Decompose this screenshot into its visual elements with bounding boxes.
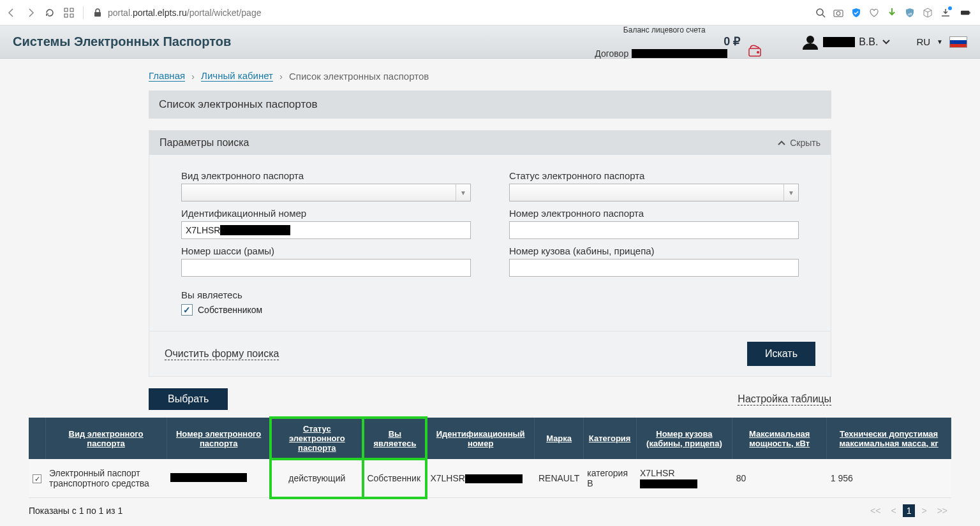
page-title: Список электронных паспортов (149, 91, 831, 119)
breadcrumb-cabinet[interactable]: Личный кабинет (201, 70, 273, 82)
download-arrow-icon[interactable] (887, 8, 897, 18)
svg-point-5 (817, 9, 823, 15)
downloads-icon[interactable] (940, 8, 951, 18)
svg-rect-10 (969, 11, 970, 13)
table-settings-link[interactable]: Настройка таблицы (738, 393, 831, 405)
select-passport-type[interactable]: ▼ (181, 184, 471, 201)
search-panel: Параметры поиска Скрыть Вид электронного… (149, 130, 831, 377)
caret-down-icon: ▼ (937, 38, 943, 45)
cell-type: Электронный паспорт транспортного средст… (45, 459, 167, 498)
pager-prev[interactable]: < (887, 504, 900, 517)
ident-redacted (220, 225, 290, 235)
table-row[interactable]: Электронный паспорт транспортного средст… (29, 459, 951, 498)
adblock-icon[interactable]: off (905, 8, 915, 18)
avatar-icon (801, 34, 819, 50)
url-host: portal.elpts.ru (133, 8, 187, 18)
battery-icon (958, 8, 974, 18)
pager-next[interactable]: > (917, 504, 930, 517)
checkbox-owner-label: Собственником (198, 305, 262, 315)
cell-category: категория B (583, 459, 636, 498)
svg-rect-2 (64, 14, 68, 17)
cell-you-are: Собственник (363, 459, 426, 498)
th-type[interactable]: Вид электронного паспорта (45, 418, 167, 459)
svg-rect-1 (70, 8, 73, 11)
lang-code: RU (916, 36, 930, 47)
back-icon[interactable] (6, 8, 17, 18)
results-table: Вид электронного паспорта Номер электрон… (29, 418, 951, 498)
svg-rect-9 (961, 10, 969, 15)
svg-rect-3 (70, 14, 73, 17)
th-ident[interactable]: Идентификационный номер (426, 418, 535, 459)
user-menu[interactable]: В.В. (801, 34, 891, 50)
th-category[interactable]: Категория (583, 418, 636, 459)
th-status[interactable]: Статус электронного паспорта (271, 418, 363, 459)
search-icon[interactable] (815, 8, 826, 18)
cell-body: X7LHSR (636, 459, 732, 498)
cell-brand: RENAULT (535, 459, 583, 498)
th-body-num[interactable]: Номер кузова (кабины, прицепа) (636, 418, 732, 459)
label-passport-type: Вид электронного паспорта (181, 170, 471, 181)
user-initials: В.В. (859, 36, 878, 48)
language-selector[interactable]: RU ▼ (916, 36, 967, 48)
th-power[interactable]: Максимальная мощность, кВт (732, 418, 827, 459)
th-brand[interactable]: Марка (535, 418, 583, 459)
input-epassport-number[interactable] (509, 221, 799, 239)
row-checkbox[interactable] (33, 474, 41, 483)
cell-number (167, 459, 271, 498)
divider (83, 6, 84, 19)
th-you-are[interactable]: Вы являетесь (363, 418, 426, 459)
reload-icon[interactable] (45, 8, 55, 18)
url-path: /portal/wicket/page (187, 8, 262, 18)
hide-label: Скрыть (790, 138, 820, 148)
label-ident-number: Идентификационный номер (181, 208, 471, 219)
forward-icon[interactable] (26, 8, 36, 18)
cube-icon[interactable] (923, 8, 933, 18)
checkbox-owner[interactable] (181, 304, 193, 316)
collapse-toggle[interactable]: Скрыть (777, 138, 820, 148)
extensions-icon[interactable] (64, 8, 74, 18)
label-you-are: Вы являетесь (181, 289, 799, 300)
input-chassis[interactable] (181, 259, 471, 277)
heart-icon[interactable] (869, 8, 879, 18)
svg-rect-4 (94, 12, 101, 17)
flag-ru-icon (949, 36, 967, 48)
shield-icon[interactable] (851, 8, 861, 18)
user-name-redacted (823, 37, 855, 47)
breadcrumb-home[interactable]: Главная (149, 70, 185, 82)
url-bar[interactable]: portal.portal.elpts.ru/portal/wicket/pag… (93, 8, 806, 18)
search-panel-title: Параметры поиска (160, 137, 249, 149)
ident-value: X7LHSR (186, 225, 220, 235)
caret-down-icon: ▼ (456, 184, 466, 201)
th-number[interactable]: Номер электронного паспорта (167, 418, 271, 459)
contract-label: Договор (595, 48, 628, 59)
chevron-up-icon (777, 140, 786, 146)
select-status[interactable]: ▼ (509, 184, 799, 201)
select-button[interactable]: Выбрать (149, 388, 228, 410)
pager-first[interactable]: << (866, 504, 884, 517)
cell-mass: 1 956 (827, 459, 951, 498)
site-title: Системы Электронных Паспортов (13, 34, 231, 49)
pager: << < 1 > >> (866, 504, 951, 517)
contract-number-redacted (632, 49, 727, 58)
cell-power: 80 (732, 459, 827, 498)
lock-icon (93, 8, 103, 18)
camera-icon[interactable] (833, 8, 843, 18)
chevron-down-icon (882, 37, 891, 47)
svg-point-13 (806, 36, 814, 43)
svg-rect-0 (64, 8, 68, 11)
search-button[interactable]: Искать (747, 342, 815, 366)
balance-value: 0 ₽ (724, 34, 740, 48)
pager-last[interactable]: >> (933, 504, 951, 517)
input-ident-number[interactable]: X7LHSR (181, 221, 471, 239)
label-epassport-number: Номер электронного паспорта (509, 208, 799, 219)
th-mass[interactable]: Технически допустимая максимальная масса… (827, 418, 951, 459)
site-header: Системы Электронных Паспортов Баланс лиц… (0, 26, 980, 59)
th-checkbox (29, 418, 45, 459)
breadcrumb-current: Список электронных паспортов (289, 71, 429, 82)
label-chassis: Номер шасси (рамы) (181, 245, 471, 256)
clear-form-link[interactable]: Очистить форму поиска (165, 348, 279, 360)
wallet-icon[interactable] (748, 43, 763, 59)
input-body[interactable] (509, 259, 799, 277)
pager-current: 1 (903, 504, 916, 517)
cell-status: действующий (271, 459, 363, 498)
